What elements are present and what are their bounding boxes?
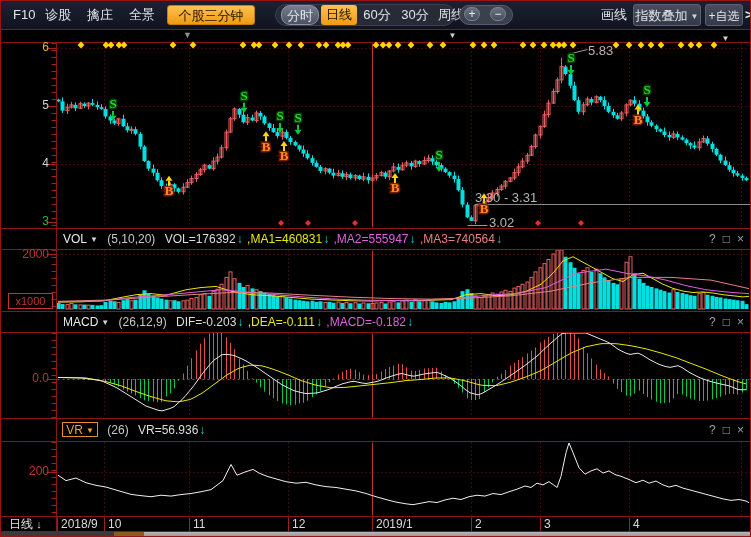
panel-help-icon[interactable]: ? (709, 315, 716, 329)
macd-indicator-selector[interactable]: MACD▼ (63, 315, 109, 329)
annotation-high-583: 5.83 (588, 43, 613, 58)
chevron-down-icon: ▼ (101, 318, 109, 327)
stock-3min-button[interactable]: 个股三分钟 (167, 5, 255, 25)
scrollbar-thumb[interactable] (144, 532, 751, 537)
panel-help-icon[interactable]: ? (709, 423, 716, 437)
chevron-down-icon: ▼ (86, 426, 94, 435)
period-30min-button[interactable]: 30分 (397, 5, 433, 25)
month-label: 12 (292, 517, 305, 531)
collapse-panel-icon[interactable]: >| (745, 1, 751, 29)
vr-panel-header: VR▼ (26) VR=56.936↓ ?□× (1, 421, 750, 440)
month-label: 10 (108, 517, 121, 531)
chevron-down-icon: ▼ (449, 31, 457, 40)
vol-indicator-selector[interactable]: VOL▼ (63, 232, 98, 246)
macd-dea-value: ,DEA=-0.111 (248, 315, 315, 329)
down-arrow-icon: ↓ (237, 232, 243, 246)
price-tick-6: 6 (3, 40, 49, 54)
panel-maximize-icon[interactable]: □ (723, 315, 730, 329)
month-label: 2018/9 (61, 517, 98, 531)
vol-tick-2000: 2000 (3, 247, 49, 261)
main-indicator-dropdown-icon[interactable]: ▼ (183, 30, 192, 40)
month-label: 3 (544, 517, 551, 531)
vr-params: (26) (107, 423, 128, 437)
chevron-down-icon: ▼ (691, 12, 699, 21)
annotation-low-302: 3.02 (489, 215, 514, 230)
panel-help-icon[interactable]: ? (709, 232, 716, 246)
down-arrow-icon: ↓ (237, 315, 243, 329)
f10-button[interactable]: F10 (13, 1, 35, 29)
diagnose-button[interactable]: 诊股 (45, 1, 71, 29)
vol-ma1-value: ,MA1=460831 (247, 232, 322, 246)
month-label: 2 (475, 517, 482, 531)
panel-maximize-icon[interactable]: □ (723, 423, 730, 437)
month-label: 2019/1 (376, 517, 413, 531)
macd-panel-header: MACD▼ (26,12,9) DIF=-0.203↓ ,DEA=-0.111↓… (1, 313, 750, 332)
vr-tick-200: 200 (3, 464, 49, 478)
vol-unit-label: x1000 (8, 293, 53, 309)
vr-indicator-selector[interactable]: VR▼ (62, 422, 98, 437)
month-label: 4 (633, 517, 640, 531)
price-tick-3: 3 (3, 214, 49, 228)
stock-app-window: F10 诊股 擒庄 全景 个股三分钟 分时 日线 60分 30分 周线▼ + −… (0, 0, 751, 537)
vol-panel-header: VOL▼ (5,10,20) VOL=176392↓ ,MA1=460831↓ … (1, 230, 750, 249)
qinzhuang-button[interactable]: 擒庄 (87, 1, 113, 29)
top-toolbar: F10 诊股 擒庄 全景 个股三分钟 分时 日线 60分 30分 周线▼ + −… (1, 1, 750, 30)
annotation-gap-330-331: 3.30 - 3.31 (475, 190, 537, 205)
scrollbar-marker (114, 532, 144, 537)
overview-button[interactable]: 全景 (129, 1, 155, 29)
panel-maximize-icon[interactable]: □ (723, 232, 730, 246)
period-60min-button[interactable]: 60分 (359, 5, 395, 25)
vol-params: (5,10,20) (107, 232, 155, 246)
panel-close-icon[interactable]: × (737, 423, 744, 437)
period-daily-button[interactable]: 日线 (321, 5, 357, 25)
period-selector-bottom[interactable]: 日线 ↓ (9, 517, 42, 531)
down-arrow-icon: ↓ (496, 232, 502, 246)
add-watchlist-dropdown[interactable]: +自选▼ (705, 4, 743, 26)
vr-value: VR=56.936 (138, 423, 198, 437)
macd-tick-zero: 0.0 (3, 371, 49, 385)
vol-ma2-value: ,MA2=555947 (333, 232, 408, 246)
zoom-out-button[interactable]: − (490, 7, 506, 21)
month-label: 11 (193, 517, 205, 531)
price-tick-4: 4 (3, 156, 49, 170)
down-arrow-icon: ↓ (316, 315, 322, 329)
vol-value: VOL=176392 (165, 232, 236, 246)
down-arrow-icon: ↓ (407, 315, 413, 329)
chart-canvas[interactable] (1, 1, 751, 537)
zoom-in-button[interactable]: + (464, 7, 480, 21)
vol-ma3-value: ,MA3=740564 (420, 232, 495, 246)
date-axis: 2018/9 10 11 12 2019/1 2 3 4 (1, 517, 750, 531)
panel-close-icon[interactable]: × (737, 232, 744, 246)
index-overlay-dropdown[interactable]: 指数叠加▼ (633, 4, 701, 26)
macd-value: ,MACD=-0.182 (326, 315, 406, 329)
chevron-down-icon: ▼ (722, 34, 730, 43)
period-minute-button[interactable]: 分时 (281, 5, 319, 25)
macd-dif-value: DIF=-0.203 (176, 315, 236, 329)
price-tick-5: 5 (3, 98, 49, 112)
down-arrow-icon: ↓ (199, 423, 205, 437)
down-arrow-icon: ↓ (36, 518, 42, 530)
panel-close-icon[interactable]: × (737, 315, 744, 329)
chevron-down-icon: ▼ (90, 235, 98, 244)
macd-params: (26,12,9) (119, 315, 167, 329)
draw-line-button[interactable]: 画线 (601, 1, 627, 29)
down-arrow-icon: ↓ (410, 232, 416, 246)
down-arrow-icon: ↓ (323, 232, 329, 246)
